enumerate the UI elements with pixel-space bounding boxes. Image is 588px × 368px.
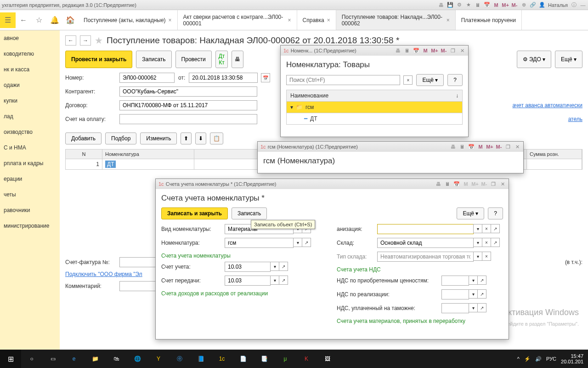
tab-receipt-goods[interactable]: Поступление товаров: Накладн...ЭЛ00-0000… <box>336 10 456 30</box>
task-explorer[interactable]: 📁 <box>85 350 106 368</box>
tray-date[interactable]: 20.01.201 <box>561 359 583 364</box>
star-icon[interactable]: ★ <box>465 2 472 8</box>
link-icon[interactable]: 🔗 <box>530 2 536 8</box>
save-icon[interactable]: 💾 <box>447 2 453 8</box>
calendar-icon[interactable]: 📅 <box>453 181 460 187</box>
dtdk-button[interactable]: ДтКт <box>215 51 228 68</box>
close-icon[interactable]: × <box>288 17 291 23</box>
add-button[interactable]: Добавить <box>65 132 102 144</box>
mplus-icon[interactable]: M+ <box>472 181 478 187</box>
task-utorrent[interactable]: μ <box>275 350 296 368</box>
close-icon[interactable]: × <box>447 17 450 23</box>
copy-button[interactable]: 📋 <box>210 132 223 144</box>
help-button[interactable]: ? <box>488 207 503 219</box>
close-icon[interactable]: × <box>169 17 172 23</box>
open-icon[interactable]: ↗ <box>477 276 486 285</box>
task-app2[interactable]: 📄 <box>232 350 254 368</box>
sidebar-item-salary[interactable]: рплата и кадры <box>0 155 60 171</box>
open-icon[interactable]: ↗ <box>279 276 288 285</box>
open-icon[interactable]: ↗ <box>279 262 288 271</box>
sidebar-item-reports[interactable]: четы <box>0 187 60 202</box>
org-input[interactable] <box>377 224 474 234</box>
task-cortana[interactable]: ○ <box>21 350 42 368</box>
edo-button[interactable]: ⚙ ЭДО ▾ <box>517 51 551 68</box>
sidebar-item-purchases[interactable]: купки <box>0 93 60 109</box>
close-icon[interactable]: ✕ <box>459 47 465 54</box>
sidebar-item-warehouse[interactable]: лад <box>0 109 60 124</box>
mminus-icon[interactable]: M- <box>441 47 447 54</box>
start-button[interactable]: ⊞ <box>0 350 21 368</box>
tray-lang[interactable]: РУС <box>546 356 556 362</box>
contractor-input[interactable] <box>119 86 257 97</box>
list-item-dt[interactable]: ━ДТ <box>286 113 463 125</box>
tray-up-icon[interactable]: ^ <box>517 356 520 362</box>
bell-nav[interactable]: 🔔 <box>47 12 62 28</box>
print-icon[interactable]: 🖶 <box>450 144 456 150</box>
back-nav[interactable]: ← <box>16 12 31 28</box>
tray-net-icon[interactable]: ⚡ <box>524 356 531 362</box>
task-edge[interactable]: e <box>63 350 85 368</box>
m-icon[interactable]: M <box>493 2 499 8</box>
page-back[interactable]: ← <box>65 35 76 46</box>
mminus-icon[interactable]: M- <box>511 2 518 8</box>
list-item-gsm[interactable]: ▾📁гсм <box>286 102 463 113</box>
dropdown-icon[interactable]: ▾ <box>293 238 302 247</box>
dropdown-icon[interactable]: ▾ <box>473 238 482 247</box>
sidebar-item-sales[interactable]: одажи <box>0 77 60 93</box>
tray-vol-icon[interactable]: 🔊 <box>535 356 542 362</box>
task-kaspersky[interactable]: K <box>296 350 317 368</box>
mplus-icon[interactable]: M+ <box>502 2 509 8</box>
calendar-icon[interactable]: 📅 <box>468 144 475 150</box>
print-icon[interactable]: 🖶 <box>395 47 401 54</box>
list-header[interactable]: Наименование↓ <box>286 90 463 102</box>
open-icon[interactable]: ↗ <box>302 238 311 247</box>
vat-sell-input[interactable] <box>441 289 469 299</box>
select-button[interactable]: Подбор <box>105 132 136 144</box>
write-button[interactable]: Записать <box>232 207 267 219</box>
sidebar-item-catalogs[interactable]: равочники <box>0 202 60 218</box>
calendar-icon[interactable]: 📅 <box>484 2 490 8</box>
more-button[interactable]: Ещё ▾ <box>555 51 582 68</box>
m-icon[interactable]: M <box>463 181 469 187</box>
dropdown-icon[interactable]: ▾ <box>469 303 478 312</box>
help-icon[interactable]: ⓘ <box>571 2 577 8</box>
menu-button[interactable]: ☰ <box>0 12 16 28</box>
task-1c[interactable]: 1c <box>211 350 232 368</box>
sender-link[interactable]: атель <box>568 116 582 122</box>
tab-receipts[interactable]: Поступление (акты, накладные)× <box>78 10 178 30</box>
advance-link[interactable]: ачет аванса автоматически <box>512 102 582 109</box>
connect-link[interactable]: Подключить "ООО фирма "Эл <box>65 271 142 277</box>
zoom-icon[interactable]: ⊕ <box>520 2 527 8</box>
calc-icon[interactable]: 🖩 <box>444 181 451 187</box>
sidebar-item-bank[interactable]: нк и касса <box>0 62 60 77</box>
favorite-icon[interactable]: ★ <box>95 35 103 46</box>
open-icon[interactable]: ↗ <box>491 224 500 233</box>
more-button[interactable]: Ещё ▾ <box>457 207 484 219</box>
vat-buy-input[interactable] <box>441 276 469 286</box>
sidebar-item-admin[interactable]: министрирование <box>0 218 60 234</box>
mminus-icon[interactable]: M- <box>496 144 502 150</box>
sidebar-item-manager[interactable]: ководителю <box>0 46 60 62</box>
down-button[interactable]: ⬇ <box>195 132 206 144</box>
open-icon[interactable]: ↗ <box>477 289 486 299</box>
task-ie[interactable]: ⓔ <box>169 350 190 368</box>
m-icon[interactable]: M <box>477 144 484 150</box>
clear-icon[interactable]: × <box>482 224 491 233</box>
write-close-button[interactable]: Записать и закрыть <box>161 207 228 219</box>
post-close-button[interactable]: Провести и закрыть <box>65 51 132 68</box>
trans-input[interactable] <box>225 276 271 286</box>
post-button[interactable]: Провести <box>175 51 212 68</box>
tab-help[interactable]: Справка× <box>297 10 336 30</box>
task-yandex[interactable]: Y <box>148 350 169 368</box>
dropdown-icon[interactable]: ▾ <box>270 262 279 271</box>
calc-icon[interactable]: 🖩 <box>404 47 410 54</box>
task-store[interactable]: 🛍 <box>106 350 127 368</box>
user-icon[interactable]: 👤 <box>539 2 545 8</box>
calendar-icon[interactable]: 📅 <box>413 47 419 54</box>
task-app3[interactable]: 📑 <box>254 350 275 368</box>
restore-icon[interactable]: ❐ <box>490 181 497 187</box>
close-icon[interactable]: ✕ <box>514 144 520 150</box>
open-icon[interactable]: ↗ <box>491 238 500 247</box>
calc-icon[interactable]: 🖩 <box>475 2 481 8</box>
edit-button[interactable]: Изменить <box>140 132 177 144</box>
